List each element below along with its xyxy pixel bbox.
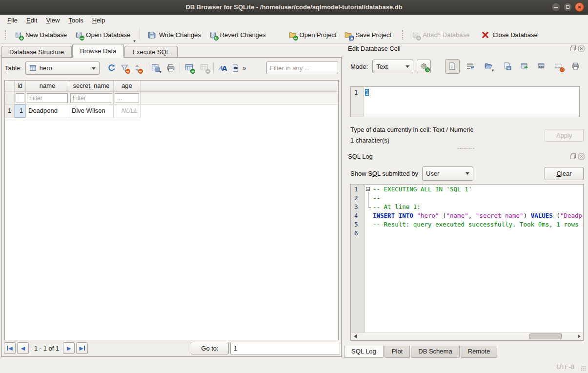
open-database-button[interactable]: → Open Database [71,29,134,41]
copy-link-button[interactable] [535,60,548,73]
cell-editor[interactable]: 1 1 [350,86,580,117]
dock-tab-plot[interactable]: Plot [385,346,410,358]
cell-editor-content: 1 [365,89,369,96]
close-database-button[interactable]: Close Database [477,29,542,41]
scroll-left-arrow[interactable] [351,333,359,340]
filter-input-secret-name[interactable] [70,93,112,103]
export-cell-data-button[interactable] [501,60,514,73]
write-changes-button[interactable]: Write Changes [144,29,205,41]
attach-database-button: ∞ Attach Database [407,29,473,41]
cell-id-selected[interactable]: 1 [15,104,26,118]
mode-select-caret [406,65,409,68]
revert-changes-icon: ↻ [209,31,217,39]
goto-input[interactable] [230,342,340,354]
tab-browse-data[interactable]: Browse Data [72,44,124,58]
sql-source-select[interactable]: User [422,166,473,181]
sql-log-lines: 1-- EXECUTING ALL IN 'SQL 1'2--3-- At li… [351,185,583,332]
print-records-button[interactable] [164,62,177,74]
filter-input-name[interactable] [27,93,68,103]
find-in-table-button[interactable] [229,62,242,74]
import-cell-data-button[interactable]: ▾ [481,60,497,73]
sql-log-line-3: 3-- At line 1: [351,203,583,211]
text-mode-button[interactable] [445,59,460,74]
close-database-icon [481,31,489,39]
filter-input-id[interactable] [16,93,24,103]
edit-cell-title: Edit Database Cell [348,45,401,52]
previous-record-button[interactable]: ◀ [17,342,29,354]
mode-select[interactable]: Text [372,60,413,73]
dock-splitter-handle[interactable] [458,148,474,150]
menu-edit[interactable]: Edit [22,16,41,25]
toolbar-drag-handle-2[interactable] [402,30,405,40]
first-record-button[interactable]: ◀ [4,342,16,354]
font-settings-button[interactable]: AA [216,62,229,74]
clear-sorting-button[interactable]: − [131,62,143,74]
main-toolbar: + New Database → Open Database ▾ Write C… [0,26,588,44]
tab-execute-sql[interactable]: Execute SQL [124,46,178,58]
column-header-name[interactable]: name [26,81,69,92]
maximize-button[interactable] [563,2,572,12]
float-panel-icon[interactable] [570,45,576,52]
dock-tab-remote[interactable]: Remote [461,346,498,358]
cell-type-info: Type of data currently in cell: Text / N… [350,126,473,133]
toolbar-drag-handle[interactable] [5,30,7,40]
print-cell-button[interactable] [569,60,582,73]
column-header-age[interactable]: age [114,81,141,92]
attach-database-icon: ∞ [411,31,420,39]
next-record-button[interactable]: ▶ [63,342,75,354]
open-project-button[interactable]: → Open Project [284,29,341,41]
table-select[interactable]: hero [25,62,100,75]
toolbar-overflow-chevron[interactable]: » [243,64,246,72]
clear-filters-button[interactable]: − [118,62,131,74]
set-null-button[interactable]: − [552,60,565,73]
scrollbar-thumb[interactable] [529,333,562,339]
table-label: Table: [5,64,22,72]
clear-log-button[interactable]: Clear [545,167,584,180]
close-panel-icon[interactable] [578,153,585,160]
dock-tab-db-schema[interactable]: DB Schema [411,346,459,358]
menu-tools[interactable]: Tools [64,16,87,25]
font-icon: AA [218,63,227,72]
app-window: DB Browser for SQLite - /home/user/code/… [0,0,588,373]
refresh-button[interactable] [105,62,118,74]
float-panel-icon[interactable] [570,153,576,160]
cell-age-null[interactable]: NULL [114,104,141,118]
close-button[interactable]: × [575,2,584,12]
close-panel-icon[interactable] [578,45,585,52]
revert-changes-button[interactable]: ↻ Revert Changes [205,29,270,41]
minimize-button[interactable] [551,2,561,12]
horizontal-scrollbar[interactable] [351,332,583,340]
cell-name[interactable]: Deadpond [26,104,69,118]
goto-button[interactable]: Go to: [191,342,229,354]
column-header-secret-name[interactable]: secret_name [69,81,114,92]
new-database-button[interactable]: + New Database [10,29,71,41]
grid-corner[interactable] [5,81,15,92]
delete-record-icon: − [200,63,209,72]
filter-any-input[interactable] [266,62,338,74]
table-select-value: hero [40,64,52,72]
last-record-button[interactable]: ▶ [76,342,88,354]
word-wrap-button[interactable] [464,60,477,73]
save-project-button[interactable]: ▪ Save Project [340,29,395,41]
find-icon [231,63,240,72]
dock-tab-sql-log[interactable]: SQL Log [344,346,384,358]
resize-grip[interactable] [581,366,586,371]
insert-record-button[interactable]: + ▾ [182,62,198,74]
sql-log-editor[interactable]: 1-- EXECUTING ALL IN 'SQL 1'2--3-- At li… [350,184,584,341]
column-header-id[interactable]: id [15,81,26,92]
cell-secret-name[interactable]: Dive Wilson [69,104,114,118]
printer-icon [166,63,175,72]
fold-marker[interactable] [365,185,371,194]
scroll-right-arrow[interactable] [575,333,583,340]
tab-database-structure[interactable]: Database Structure [1,46,72,58]
row-header[interactable]: 1 [5,104,15,118]
encoding-label[interactable]: UTF-8 [556,363,574,371]
menu-help[interactable]: Help [88,16,110,25]
filter-input-age[interactable] [115,93,139,103]
auto-switch-mode-button[interactable]: → [417,60,431,73]
export-table-button[interactable]: ▾ [149,62,164,74]
menu-view[interactable]: View [41,16,64,25]
menu-file[interactable]: File [3,16,22,25]
open-in-external-button[interactable] [518,60,531,73]
open-database-dropdown-caret[interactable]: ▾ [133,39,136,43]
